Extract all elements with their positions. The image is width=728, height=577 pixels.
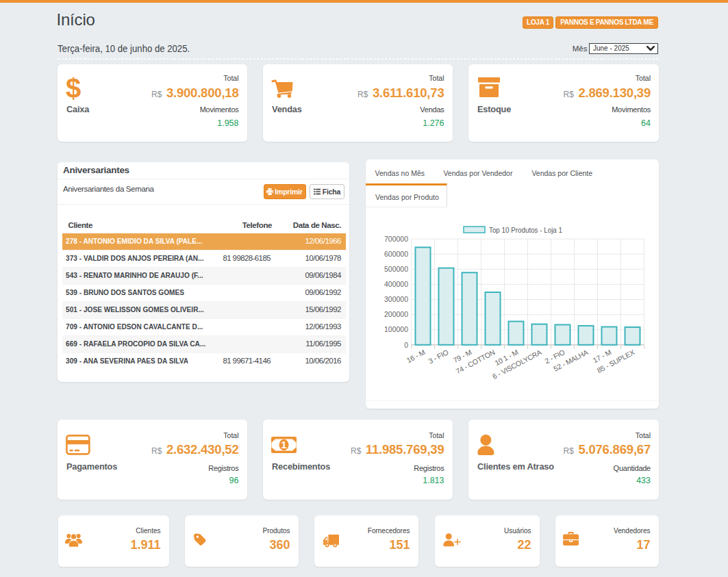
svg-text:16 - M: 16 - M bbox=[405, 348, 427, 364]
svg-text:1: 1 bbox=[281, 439, 286, 450]
svg-text:200000: 200000 bbox=[384, 310, 408, 318]
svg-text:0: 0 bbox=[404, 341, 408, 349]
svg-text:400000: 400000 bbox=[384, 280, 408, 288]
svg-text:700000: 700000 bbox=[384, 235, 408, 243]
svg-text:Top 10 Produtos - Loja 1: Top 10 Produtos - Loja 1 bbox=[489, 226, 562, 234]
svg-text:100000: 100000 bbox=[384, 325, 408, 333]
svg-text:500000: 500000 bbox=[384, 265, 408, 273]
svg-text:300000: 300000 bbox=[384, 295, 408, 303]
svg-text:3 - FIO: 3 - FIO bbox=[427, 348, 449, 365]
svg-text:600000: 600000 bbox=[384, 250, 408, 258]
